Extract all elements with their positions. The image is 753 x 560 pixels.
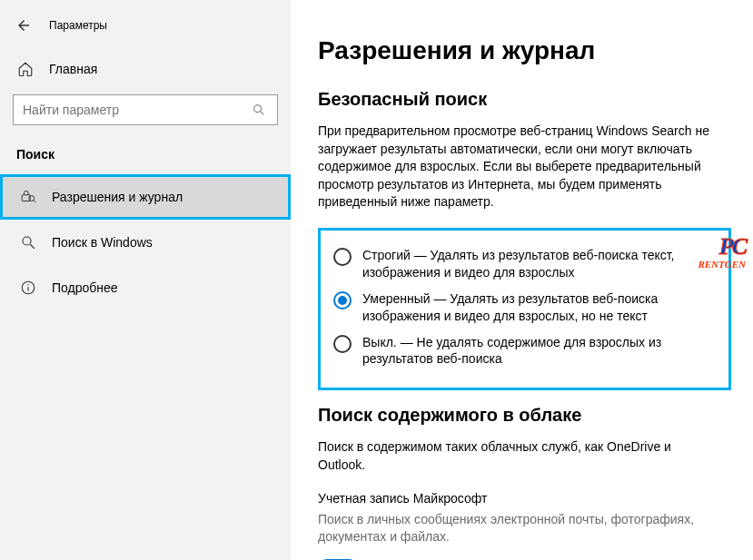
ms-account-heading: Учетная запись Майкрософт <box>318 491 731 506</box>
search-input[interactable] <box>23 103 250 117</box>
svg-line-4 <box>34 201 35 202</box>
svg-point-0 <box>254 105 262 113</box>
radio-moderate[interactable]: Умеренный — Удалять из результатов веб-п… <box>333 290 716 325</box>
ms-account-description: Поиск в личных сообщениях электронной по… <box>318 511 718 546</box>
safesearch-description: При предварительном просмотре веб-страни… <box>318 123 718 211</box>
home-link[interactable]: Главная <box>0 51 291 91</box>
app-title: Параметры <box>49 19 107 32</box>
sidebar-item-label: Разрешения и журнал <box>52 190 183 204</box>
svg-point-9 <box>27 284 29 286</box>
sidebar-item-permissions[interactable]: Разрешения и журнал <box>0 174 291 220</box>
radio-icon <box>333 291 352 309</box>
search-icon <box>19 233 37 251</box>
svg-point-3 <box>29 196 35 201</box>
cloud-search-title: Поиск содержимого в облаке <box>318 405 731 426</box>
info-icon <box>19 279 37 297</box>
window-header: Параметры <box>0 9 291 51</box>
radio-icon <box>333 248 352 266</box>
sidebar-item-label: Поиск в Windows <box>52 235 153 250</box>
main-content: Разрешения и журнал Безопасный поиск При… <box>291 0 753 560</box>
svg-line-1 <box>261 112 263 114</box>
sidebar-item-more[interactable]: Подробнее <box>0 265 291 310</box>
svg-line-6 <box>30 244 35 249</box>
search-icon <box>250 101 268 119</box>
radio-off[interactable]: Выкл. — Не удалять содержимое для взросл… <box>333 334 716 368</box>
search-box[interactable] <box>13 94 278 125</box>
radio-label: Выкл. — Не удалять содержимое для взросл… <box>362 334 716 368</box>
sidebar-item-windows-search[interactable]: Поиск в Windows <box>0 220 291 265</box>
home-icon <box>16 60 35 78</box>
radio-icon <box>333 335 352 353</box>
radio-strict[interactable]: Строгий — Удалять из результатов веб-пои… <box>333 247 716 281</box>
cloud-search-description: Поиск в содержимом таких облачных служб,… <box>318 438 718 474</box>
permissions-icon <box>19 188 37 206</box>
back-button[interactable] <box>15 16 33 34</box>
radio-label: Умеренный — Удалять из результатов веб-п… <box>362 290 716 325</box>
sidebar: Параметры Главная Поиск Разрешения и жур… <box>0 0 291 560</box>
page-title: Разрешения и журнал <box>318 36 731 65</box>
safesearch-options: Строгий — Удалять из результатов веб-пои… <box>318 228 731 390</box>
radio-label: Строгий — Удалять из результатов веб-пои… <box>362 247 716 281</box>
home-label: Главная <box>49 62 97 76</box>
arrow-left-icon <box>15 17 32 34</box>
safesearch-title: Безопасный поиск <box>318 89 731 110</box>
sidebar-item-label: Подробнее <box>52 280 118 295</box>
svg-point-5 <box>23 237 31 245</box>
sidebar-section-label: Поиск <box>0 138 291 174</box>
